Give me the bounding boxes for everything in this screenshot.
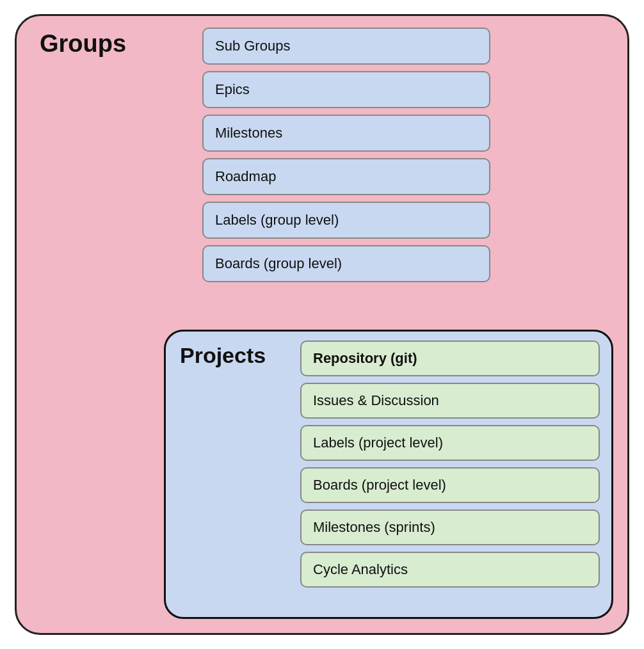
project-item-cycle-analytics: Cycle Analytics (300, 552, 600, 588)
group-items-column: Sub GroupsEpicsMilestonesRoadmapLabels (… (202, 28, 490, 282)
group-item-sub-groups: Sub Groups (202, 28, 490, 65)
projects-container: Projects Repository (git)Issues & Discus… (164, 330, 613, 619)
project-item-repository: Repository (git) (300, 341, 600, 376)
group-item-roadmap: Roadmap (202, 158, 490, 195)
project-items-column: Repository (git)Issues & DiscussionLabel… (300, 341, 600, 588)
projects-label: Projects (180, 343, 266, 368)
groups-label: Groups (40, 30, 126, 58)
project-item-milestones-sprints: Milestones (sprints) (300, 509, 600, 545)
groups-container: Groups Sub GroupsEpicsMilestonesRoadmapL… (15, 14, 629, 635)
group-item-milestones: Milestones (202, 115, 490, 152)
group-item-labels-group: Labels (group level) (202, 202, 490, 239)
group-item-boards-group: Boards (group level) (202, 245, 490, 282)
project-item-labels-project: Labels (project level) (300, 425, 600, 461)
project-item-issues: Issues & Discussion (300, 383, 600, 419)
group-item-epics: Epics (202, 71, 490, 108)
project-item-boards-project: Boards (project level) (300, 467, 600, 503)
